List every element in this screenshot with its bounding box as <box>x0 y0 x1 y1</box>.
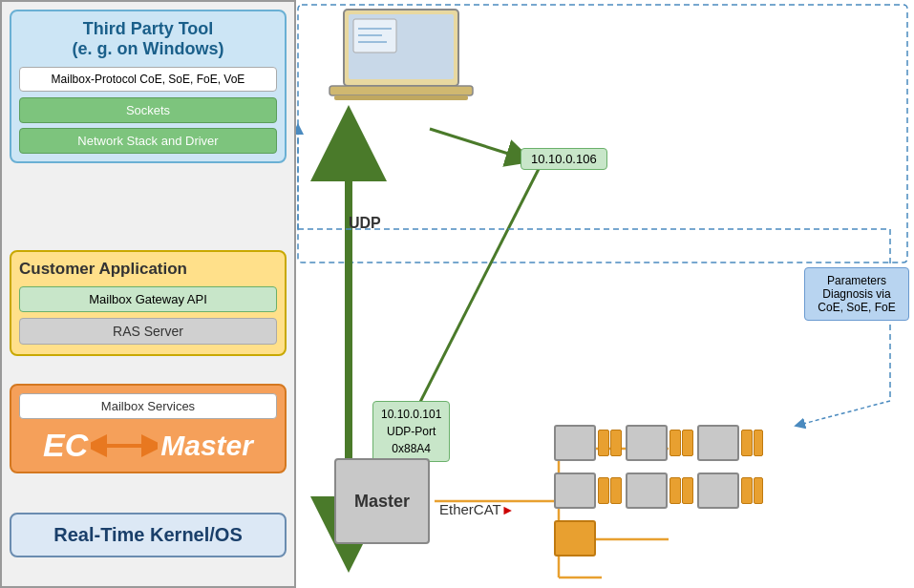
node-connector-5b <box>682 477 693 504</box>
realtime-box: Real-Time Kernel/OS <box>10 513 287 557</box>
node-connector-6a <box>741 477 753 504</box>
node-connector-2a <box>670 430 681 456</box>
ethercat-text: EtherCAT <box>439 501 501 517</box>
ras-server-row: RAS Server <box>19 318 277 345</box>
svg-rect-23 <box>334 95 468 100</box>
ip-label-bottom: 10.10.0.101UDP-Port0x88A4 <box>372 401 450 462</box>
node-connector-2b <box>682 430 693 456</box>
svg-rect-22 <box>329 86 473 95</box>
master-logo-text: Master <box>160 430 253 462</box>
master-box: Master <box>334 458 430 544</box>
node-connector-3a <box>741 430 753 456</box>
ec-logo-text: EC <box>43 427 88 464</box>
ip-label-top: 10.10.0.106 <box>521 148 607 170</box>
mailbox-gateway-row: Mailbox Gateway API <box>19 286 277 312</box>
svg-line-3 <box>430 129 521 158</box>
node-connector-3b <box>754 430 763 456</box>
main-area: 10.10.0.106 UDP 10.10.0.101UDP-Port0x88A… <box>296 0 914 588</box>
mailbox-protocol-row: Mailbox-Protocol CoE, SoE, FoE, VoE <box>19 67 277 92</box>
svg-line-7 <box>799 401 890 425</box>
realtime-title: Real-Time Kernel/OS <box>21 524 275 546</box>
ethercat-row-3 <box>554 520 596 556</box>
node-connector-4b <box>610 477 622 504</box>
ecmaster-box: Mailbox Services EC Master <box>10 384 287 473</box>
node-connector-1b <box>610 430 622 456</box>
third-party-tool-box: Third Party Tool (e. g. on Windows) Mail… <box>10 10 287 163</box>
node-connector-6b <box>754 477 763 504</box>
left-panel: Third Party Tool (e. g. on Windows) Mail… <box>0 0 296 588</box>
node-box-7 <box>554 520 596 556</box>
node-connector-1a <box>598 430 609 456</box>
network-stack-row: Network Stack and Driver <box>19 128 277 154</box>
node-box-6 <box>697 472 739 509</box>
mailbox-services-row: Mailbox Services <box>19 393 277 419</box>
ec-arrow-icon <box>91 432 158 459</box>
node-connector-4a <box>598 477 609 504</box>
laptop-svg <box>325 5 478 129</box>
udp-label: UDP <box>349 215 381 232</box>
node-box-1 <box>554 425 596 461</box>
ip-bottom-text: 10.10.0.101UDP-Port0x88A4 <box>381 408 441 455</box>
customer-app-box: Customer Application Mailbox Gateway API… <box>10 250 287 356</box>
ethercat-row-2 <box>554 472 763 509</box>
laptop-illustration <box>325 5 478 129</box>
node-box-5 <box>626 472 668 509</box>
customer-app-title: Customer Application <box>19 260 277 279</box>
sockets-row: Sockets <box>19 97 277 123</box>
ecmaster-logo: EC Master <box>19 427 277 464</box>
third-party-title: Third Party Tool (e. g. on Windows) <box>19 19 277 59</box>
annotation-box: Parameters Diagnosis via CoE, SoE, FoE <box>804 267 909 321</box>
ethercat-brand-arrow: ► <box>501 502 515 517</box>
node-box-2 <box>626 425 668 461</box>
node-box-4 <box>554 472 596 509</box>
node-connector-5a <box>670 477 681 504</box>
ethercat-row-1 <box>554 425 763 461</box>
node-box-3 <box>697 425 739 461</box>
ethercat-label: EtherCAT► <box>439 501 515 517</box>
